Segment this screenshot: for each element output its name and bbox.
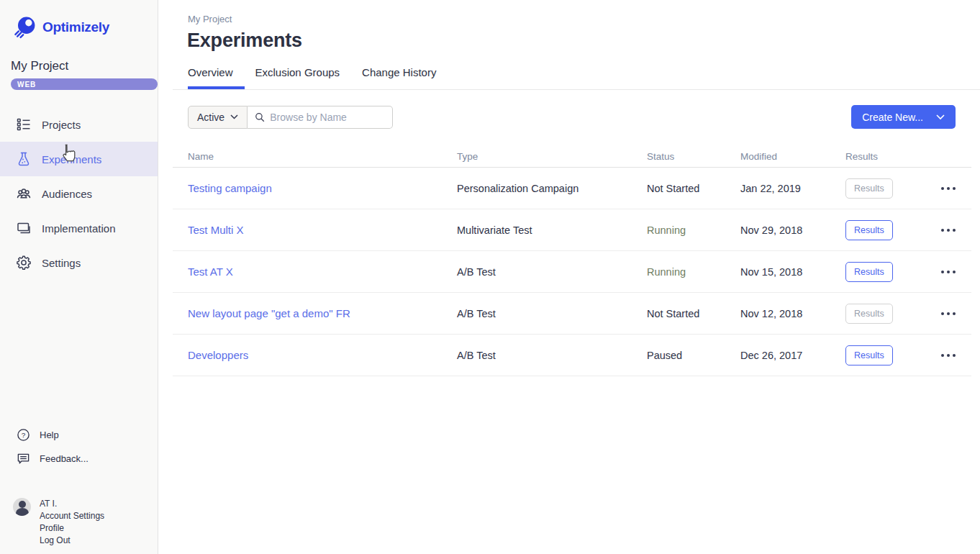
feedback-bubble-icon	[17, 452, 30, 466]
table-header: Name Type Status Modified Results	[173, 146, 971, 168]
results-button[interactable]: Results	[845, 220, 893, 240]
sidebar-item-label: Experiments	[42, 153, 101, 165]
gear-icon	[15, 254, 32, 271]
experiment-type: A/B Test	[457, 266, 647, 278]
search-icon	[255, 112, 265, 123]
status-filter-dropdown[interactable]: Active	[188, 106, 248, 129]
col-header-modified[interactable]: Modified	[740, 151, 845, 162]
filter-search-group: Active	[188, 106, 393, 129]
sidebar-item-projects[interactable]: Projects	[0, 107, 158, 142]
user-avatar[interactable]	[13, 498, 31, 516]
col-header-results[interactable]: Results	[845, 151, 938, 162]
chevron-down-icon	[230, 114, 238, 119]
optimizely-logo-icon	[12, 14, 37, 40]
sidebar-item-experiments[interactable]: Experiments	[0, 142, 158, 176]
tab-exclusion-groups[interactable]: Exclusion Groups	[255, 66, 340, 89]
people-icon	[15, 185, 32, 202]
experiment-name-link[interactable]: Test AT X	[173, 265, 457, 278]
feedback-link[interactable]: Feedback...	[0, 447, 158, 471]
app-window: Optimizely My Project WEB Projects	[0, 0, 980, 554]
tab-change-history[interactable]: Change History	[362, 66, 436, 89]
tab-overview[interactable]: Overview	[188, 66, 245, 89]
help-link[interactable]: ? Help	[0, 423, 158, 447]
create-new-label: Create New...	[862, 112, 923, 123]
sidebar-item-audiences[interactable]: Audiences	[0, 176, 158, 211]
page-title: Experiments	[173, 29, 980, 52]
help-question-icon: ?	[17, 428, 30, 442]
experiment-name-link[interactable]: Testing campaign	[173, 182, 457, 194]
logo-wordmark: Optimizely	[42, 19, 109, 35]
sidebar-footer: ? Help Feedback... AT I. Account Sett	[0, 423, 158, 554]
table-row: Test Multi X Multivariate Test Running N…	[173, 209, 971, 251]
table-row: Testing campaign Personalization Campaig…	[173, 168, 971, 209]
user-block: AT I. Account Settings Profile Log Out	[13, 498, 158, 547]
status-cell: Paused	[647, 350, 740, 361]
status-cell: Not Started	[647, 183, 740, 194]
svg-text:?: ?	[22, 431, 26, 439]
chevron-down-icon	[936, 114, 945, 120]
modified-date: Nov 29, 2018	[740, 224, 845, 236]
breadcrumb: My Project	[173, 14, 980, 24]
modified-date: Nov 15, 2018	[740, 266, 845, 278]
experiment-name-link[interactable]: New layout page "get a demo" FR	[173, 307, 457, 319]
modified-date: Nov 12, 2018	[740, 308, 845, 319]
sidebar-item-label: Projects	[42, 119, 81, 131]
account-settings-link[interactable]: Account Settings	[40, 510, 104, 522]
row-menu-ellipsis-icon[interactable]	[938, 187, 971, 190]
projects-list-icon	[15, 116, 32, 133]
experiment-name-link[interactable]: Developpers	[173, 349, 457, 361]
sidebar-nav: Projects Experiments	[0, 107, 158, 280]
experiment-name-link[interactable]: Test Multi X	[173, 224, 457, 236]
sidebar: Optimizely My Project WEB Projects	[0, 0, 158, 554]
sidebar-item-label: Implementation	[42, 222, 116, 235]
table-row: New layout page "get a demo" FR A/B Test…	[173, 293, 971, 335]
sidebar-item-label: Audiences	[42, 188, 92, 200]
status-cell: Running	[647, 224, 740, 236]
windows-icon	[15, 219, 32, 237]
col-header-status[interactable]: Status	[647, 151, 740, 162]
modified-date: Jan 22, 2019	[740, 183, 845, 194]
help-label: Help	[40, 430, 59, 440]
table-row: Test AT X A/B Test Running Nov 15, 2018 …	[173, 251, 971, 293]
experiment-type: Multivariate Test	[457, 224, 647, 236]
results-button[interactable]: Results	[845, 262, 893, 282]
flask-icon	[15, 150, 32, 168]
row-menu-ellipsis-icon[interactable]	[938, 229, 971, 232]
status-cell: Not Started	[647, 308, 740, 319]
user-name: AT I.	[40, 498, 104, 510]
experiments-table: Name Type Status Modified Results Testin…	[173, 146, 971, 376]
experiment-type: A/B Test	[457, 350, 647, 361]
sidebar-item-implementation[interactable]: Implementation	[0, 211, 158, 245]
table-row: Developpers A/B Test Paused Dec 26, 2017…	[173, 335, 971, 376]
optimizely-logo[interactable]: Optimizely	[0, 0, 158, 40]
toolbar: Active Create New...	[173, 105, 980, 129]
experiment-type: Personalization Campaign	[457, 183, 647, 194]
results-button[interactable]: Results	[845, 345, 893, 365]
tab-bar: Overview Exclusion Groups Change History	[173, 66, 980, 90]
feedback-label: Feedback...	[40, 453, 89, 464]
profile-link[interactable]: Profile	[40, 522, 104, 535]
modified-date: Dec 26, 2017	[740, 350, 845, 361]
results-button[interactable]: Results	[845, 178, 893, 199]
row-menu-ellipsis-icon[interactable]	[938, 312, 971, 315]
sidebar-item-settings[interactable]: Settings	[0, 245, 158, 280]
project-type-badge: WEB	[11, 78, 158, 90]
status-cell: Running	[647, 266, 740, 278]
sidebar-item-label: Settings	[42, 257, 81, 269]
experiment-type: A/B Test	[457, 308, 647, 319]
search-box	[248, 106, 393, 129]
results-button[interactable]: Results	[845, 304, 893, 324]
row-menu-ellipsis-icon[interactable]	[938, 271, 971, 273]
sidebar-project-name: My Project	[0, 40, 158, 73]
create-new-button[interactable]: Create New...	[851, 105, 956, 129]
col-header-type[interactable]: Type	[457, 151, 647, 162]
main-content: My Project Experiments Overview Exclusio…	[158, 0, 980, 554]
filter-value: Active	[197, 112, 224, 123]
row-menu-ellipsis-icon[interactable]	[938, 354, 971, 357]
search-input[interactable]	[270, 112, 386, 123]
logout-link[interactable]: Log Out	[40, 535, 104, 547]
col-header-name[interactable]: Name	[173, 151, 457, 162]
